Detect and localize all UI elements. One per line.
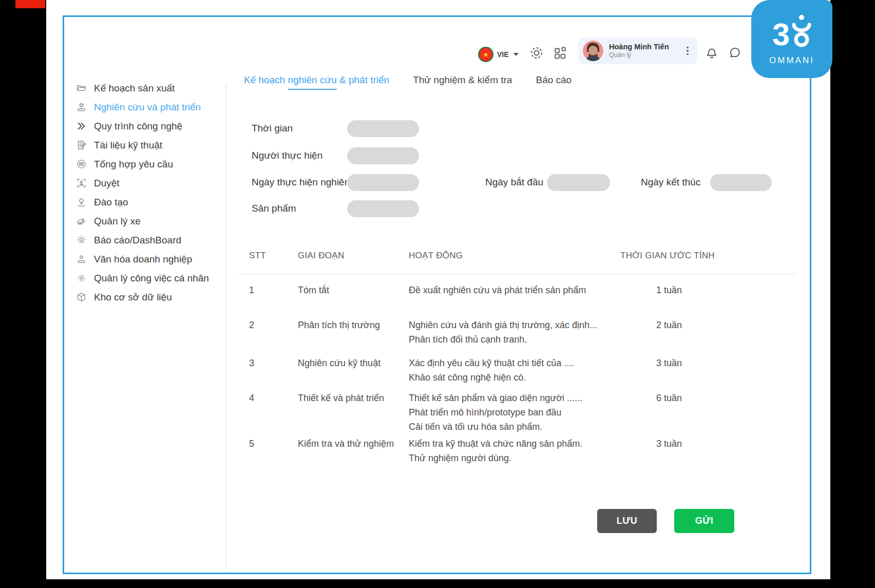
- cell-activity: Thiết kế sản phẩm và giao diện người ...…: [409, 391, 620, 434]
- chevron-down-icon: [513, 53, 519, 56]
- main-panel: ★ VIE: [63, 15, 811, 574]
- product-label: Sản phẩm: [252, 203, 296, 214]
- form-row-dates: Ngày thực hiện nghiên cứu Ngày bắt đầu N…: [252, 174, 816, 191]
- col-header-stt: STT: [249, 251, 298, 261]
- table-header: STT GIAI ĐOẠN HOẠT ĐỘNG THỜI GIAN ƯỚC TÍ…: [249, 251, 715, 261]
- gear-icon: [529, 46, 544, 60]
- chat-button[interactable]: [728, 46, 744, 62]
- gear-icon: [77, 273, 86, 283]
- sidebar-item-quan-ly-xe[interactable]: Quản lý xe: [77, 212, 224, 231]
- sidebar-item-label: Văn hóa doanh nghiệp: [94, 254, 192, 265]
- start-date-input[interactable]: [547, 174, 610, 191]
- culture-hands-icon: [77, 254, 86, 264]
- activity-line: Nghiên cứu và đánh giá thị trường, xác đ…: [409, 318, 620, 332]
- save-button[interactable]: LƯU: [597, 509, 657, 533]
- activity-line: Phát triển mô hình/prototype ban đầu: [409, 405, 620, 420]
- table-row[interactable]: 3 Nghiên cứu kỹ thuật Xác định yêu cầu k…: [249, 356, 682, 385]
- cell-stt: 2: [249, 318, 298, 347]
- col-header-activity: HOẠT ĐỘNG: [409, 251, 620, 261]
- sidebar-item-kho-co-so-du-lieu[interactable]: Kho cơ sở dữ liệu: [77, 288, 224, 307]
- brand-name: OMMANI: [769, 55, 814, 66]
- tab-ke-hoach-nghien-cuu[interactable]: Kế hoạch nghiên cứu & phát triển: [244, 74, 389, 86]
- notifications-button[interactable]: [705, 45, 720, 62]
- cell-stt: 5: [249, 437, 298, 465]
- research-hands-icon: [77, 102, 86, 112]
- folder-icon: [77, 83, 86, 93]
- sidebar-item-dao-tao[interactable]: Đào tạo: [77, 193, 224, 212]
- cell-activity: Nghiên cứu và đánh giá thị trường, xác đ…: [409, 318, 620, 347]
- activity-line: Cải tiến và tối ưu hóa sản phẩm.: [409, 420, 620, 434]
- ommani-logo: 3 OMMANI: [751, 0, 832, 78]
- avatar: [583, 41, 603, 61]
- tab-thu-nghiem-kiem-tra[interactable]: Thử nghiệm & kiểm tra: [413, 74, 512, 86]
- tab-label-part: & phát triển: [337, 74, 389, 85]
- cell-stage: Thiết kế và phát triển: [298, 391, 409, 434]
- language-selector[interactable]: ★ VIE: [478, 47, 519, 62]
- sidebar-item-duyet[interactable]: Duyệt: [77, 174, 224, 193]
- sidebar-item-tai-lieu-ky-thuat[interactable]: Tài liệu kỹ thuật: [77, 136, 224, 155]
- table-row[interactable]: 1 Tóm tắt Đề xuất nghiên cứu và phát tri…: [249, 283, 682, 297]
- col-header-stage: GIAI ĐOẠN: [298, 251, 409, 261]
- activity-line: Thử nghiệm người dùng.: [409, 451, 620, 465]
- vehicle-icon: [77, 216, 86, 226]
- sidebar-item-label: Kế hoạch sản xuất: [94, 83, 175, 94]
- cell-stage: Kiểm tra và thử nghiệm: [298, 437, 409, 465]
- kebab-menu-icon[interactable]: [681, 47, 694, 55]
- chat-bubble-icon: [728, 46, 741, 60]
- assignee-input[interactable]: [347, 147, 419, 164]
- cell-stage: Phân tích thị trường: [298, 318, 409, 347]
- cell-activity: Đề xuất nghiên cứu và phát triển sản phẩ…: [409, 283, 620, 297]
- activity-line: Kiểm tra kỹ thuật và chức năng sản phẩm.: [409, 437, 620, 451]
- sidebar-item-label: Quản lý công việc cá nhân: [94, 273, 209, 284]
- end-date-input-wrap: [710, 174, 772, 191]
- double-chevron-icon: [77, 121, 86, 131]
- activity-line: Xác định yêu cầu kỹ thuật chi tiết của .…: [409, 356, 620, 370]
- vietnam-flag-icon: ★: [478, 47, 493, 62]
- end-date-group: Ngày kết thúc: [641, 174, 700, 191]
- research-date-input[interactable]: [347, 174, 419, 191]
- apps-button[interactable]: [553, 46, 568, 61]
- activity-line: Khảo sát công nghệ hiện có.: [409, 370, 620, 385]
- time-input[interactable]: [347, 120, 419, 137]
- sidebar-item-ke-hoach-san-xuat[interactable]: Kế hoạch sản xuất: [77, 79, 224, 98]
- svg-text:3: 3: [772, 16, 790, 52]
- end-date-input[interactable]: [710, 174, 772, 191]
- sidebar-item-quan-ly-cong-viec-ca-nhan[interactable]: Quản lý công việc cá nhân: [77, 269, 224, 288]
- cell-duration: 1 tuần: [620, 283, 682, 297]
- sidebar-item-tong-hop-yeu-cau[interactable]: Tổng hợp yêu cầu: [77, 155, 224, 174]
- tab-bao-cao[interactable]: Báo cáo: [536, 74, 572, 86]
- cell-activity: Xác định yêu cầu kỹ thuật chi tiết của .…: [409, 356, 620, 385]
- user-name: Hoàng Minh Tiến: [609, 42, 681, 51]
- sidebar-item-label: Báo cáo/DashBoard: [94, 235, 181, 246]
- user-info: Hoàng Minh Tiến Quản lý: [609, 42, 681, 60]
- language-code: VIE: [497, 50, 509, 59]
- cell-stage: Nghiên cứu kỹ thuật: [298, 356, 409, 385]
- sidebar-item-label: Quy trình công nghệ: [94, 121, 182, 132]
- table-row[interactable]: 4 Thiết kế và phát triển Thiết kế sản ph…: [249, 391, 682, 434]
- sidebar-item-nghien-cuu-phat-trien[interactable]: Nghiên cứu và phát triển: [77, 98, 224, 117]
- cell-stage: Tóm tắt: [298, 283, 409, 297]
- settings-button[interactable]: [529, 46, 545, 61]
- table-header-rule: [238, 274, 796, 274]
- sidebar-item-van-hoa-doanh-nghiep[interactable]: Văn hóa doanh nghiệp: [77, 250, 224, 269]
- sidebar-item-label: Nghiên cứu và phát triển: [94, 102, 201, 113]
- sidebar-item-label: Tài liệu kỹ thuật: [94, 140, 162, 151]
- table-row[interactable]: 5 Kiểm tra và thử nghiệm Kiểm tra kỹ thu…: [249, 437, 682, 465]
- user-menu[interactable]: Hoàng Minh Tiến Quản lý: [578, 37, 697, 64]
- cell-duration: 3 tuần: [620, 356, 682, 385]
- col-header-estimate: THỜI GIAN ƯỚC TÍNH: [620, 251, 715, 261]
- end-date-label: Ngày kết thúc: [641, 177, 700, 188]
- bell-icon: [705, 45, 718, 60]
- sidebar-item-label: Quản lý xe: [94, 216, 141, 227]
- sidebar-item-quy-trinh-cong-nghe[interactable]: Quy trình công nghệ: [77, 117, 224, 136]
- send-button[interactable]: GỬI: [674, 509, 734, 533]
- form-row-time: Thời gian: [252, 120, 293, 137]
- activity-line: Thiết kế sản phẩm và giao diện người ...…: [409, 391, 620, 405]
- start-date-group: Ngày bắt đầu: [485, 174, 543, 191]
- table-row[interactable]: 2 Phân tích thị trường Nghiên cứu và đán…: [249, 318, 682, 347]
- cell-duration: 6 tuần: [620, 391, 682, 434]
- sidebar-item-bao-cao-dashboard[interactable]: Báo cáo/DashBoard: [77, 231, 224, 250]
- tab-label-part: Kế hoạch: [244, 74, 288, 85]
- product-input[interactable]: [347, 200, 419, 217]
- sidebar-item-label: Tổng hợp yêu cầu: [94, 159, 173, 170]
